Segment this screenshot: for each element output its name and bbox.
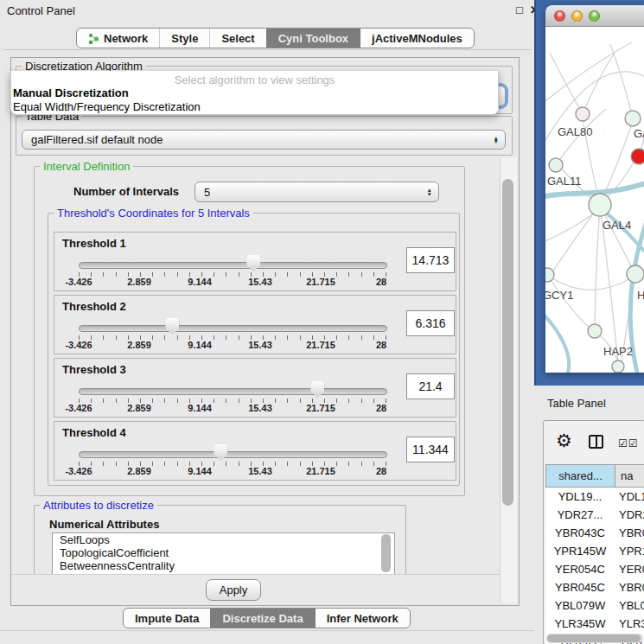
cell-shared-name[interactable]: YDR27... — [545, 506, 615, 524]
cell-shared-name[interactable]: YBR043C — [545, 524, 615, 542]
cell-name[interactable]: YDL1 — [615, 488, 644, 506]
tab-select[interactable]: Select — [209, 29, 265, 48]
table-data-combo[interactable]: galFiltered.sif default node — [22, 130, 506, 150]
cell-name[interactable]: YLR3 — [615, 615, 644, 633]
attribute-list-item[interactable]: BetweennessCentrality — [53, 559, 394, 572]
bottom-rule — [0, 630, 534, 631]
cell-name[interactable]: YPR1 — [615, 542, 644, 560]
cell-shared-name[interactable]: YLR345W — [545, 615, 615, 633]
attribute-list-item[interactable]: SelfLoops — [53, 533, 394, 546]
window-title: Control Panel — [7, 4, 75, 17]
table-row[interactable]: YBR045CYBR0 — [545, 578, 644, 596]
tab-style[interactable]: Style — [159, 29, 209, 48]
tab-discretize-data[interactable]: Discretize Data — [210, 609, 314, 628]
split-columns-icon[interactable] — [589, 435, 603, 449]
network-node[interactable] — [589, 194, 611, 216]
tick-label: 28 — [376, 466, 386, 476]
slider-thumb[interactable] — [214, 444, 227, 461]
number-of-intervals-combo[interactable]: 5 — [194, 182, 439, 202]
tick-label: 9.144 — [188, 340, 212, 350]
network-node[interactable] — [631, 149, 644, 164]
threshold-value-field[interactable]: 11.344 — [406, 437, 455, 462]
tab-infer-network[interactable]: Infer Network — [315, 609, 410, 628]
tick-label: 9.144 — [188, 466, 212, 476]
slider-track[interactable] — [79, 451, 387, 458]
table-hscrollbar-thumb[interactable] — [547, 634, 641, 642]
mac-close-icon[interactable] — [554, 10, 565, 22]
interval-definition-title: Interval Definition — [40, 160, 133, 173]
cell-name[interactable]: YER0 — [615, 560, 644, 578]
combo-arrows-icon — [494, 136, 499, 143]
network-node-label: GCY1 — [545, 289, 573, 302]
tab-network[interactable]: Network — [77, 29, 159, 48]
network-node[interactable] — [576, 107, 590, 121]
dropdown-option[interactable]: Manual Discretization — [11, 86, 498, 100]
network-canvas[interactable]: GAL80GAGAL11GAL4GCY1HHAP2 — [545, 27, 644, 373]
threshold-value-field[interactable]: 14.713 — [406, 247, 455, 273]
network-node-label: GA — [634, 127, 644, 140]
mac-minimize-icon[interactable] — [571, 10, 583, 22]
tab-label: Infer Network — [327, 612, 399, 625]
tick-label: -3.426 — [65, 277, 92, 287]
table-header-row[interactable]: shared... na — [545, 464, 644, 488]
threshold-panel: Threshold 3 21.4 -3.4262.8599.14415.4321… — [54, 358, 456, 418]
network-node[interactable] — [625, 111, 641, 126]
table-header-shared-name[interactable]: shared... — [546, 465, 615, 487]
attributes-group-title: Attributes to discretize — [40, 499, 157, 512]
threshold-value-field[interactable]: 21.4 — [406, 373, 455, 399]
checkboxes-icon[interactable]: ☑☑ — [618, 437, 639, 450]
mac-zoom-icon[interactable] — [589, 10, 600, 22]
table-panel-title: Table Panel — [547, 397, 606, 410]
float-window-icon[interactable]: □ — [516, 3, 523, 16]
network-node[interactable] — [549, 158, 563, 172]
cell-name[interactable]: YBR0 — [615, 524, 644, 542]
table-row[interactable]: YDL19...YDL1 — [545, 488, 644, 506]
tick-label: 28 — [376, 277, 386, 287]
table-row[interactable]: YER054CYER0 — [545, 560, 644, 578]
network-node[interactable] — [588, 324, 602, 338]
algorithm-dropdown-popup: Select algorithm to view settings Manual… — [10, 71, 499, 115]
slider-thumb[interactable] — [310, 381, 324, 398]
table-row[interactable]: YBR043CYBR0 — [545, 524, 644, 542]
numerical-attributes-label: Numerical Attributes — [49, 518, 159, 531]
network-window-titlebar[interactable] — [545, 5, 644, 27]
cell-name[interactable]: YBR0 — [615, 578, 644, 596]
slider-track[interactable] — [79, 388, 387, 395]
table-row[interactable]: YBL079WYBL0 — [545, 596, 644, 615]
threshold-value-field[interactable]: 6.316 — [406, 310, 455, 336]
cell-shared-name[interactable]: YER054C — [545, 560, 615, 578]
tick-label: 15.43 — [248, 277, 272, 287]
cell-shared-name[interactable]: YBL079W — [545, 596, 615, 615]
network-window: GAL80GAGAL11GAL4GCY1HHAP2 — [545, 5, 644, 373]
table-row[interactable]: YDR27...YDR2 — [545, 506, 644, 524]
cell-name[interactable]: YDR2 — [615, 506, 644, 524]
network-node[interactable] — [545, 268, 554, 282]
table-header-name[interactable]: na — [615, 465, 644, 487]
tab-cyni-toolbox[interactable]: Cyni Toolbox — [266, 29, 360, 48]
slider-thumb[interactable] — [246, 255, 260, 271]
slider-track[interactable] — [79, 325, 387, 332]
table-row[interactable]: YPR145WYPR1 — [545, 542, 644, 560]
gear-icon[interactable]: ⚙ — [556, 431, 572, 450]
tab-impute-data[interactable]: Impute Data — [124, 609, 210, 628]
slider-thumb[interactable] — [165, 318, 179, 335]
cell-name[interactable]: YBL0 — [615, 596, 644, 615]
tab-jactivemnodules[interactable]: jActiveMNodules — [360, 29, 474, 48]
cell-shared-name[interactable]: YPR145W — [545, 542, 615, 560]
network-node[interactable] — [627, 265, 644, 283]
tab-label: Impute Data — [135, 612, 199, 625]
table-hscrollbar-track[interactable] — [546, 634, 643, 643]
attributes-list-scrollbar[interactable] — [381, 534, 391, 572]
dropdown-option[interactable]: Equal Width/Frequency Discretization — [11, 100, 498, 114]
attribute-list-item[interactable]: TopologicalCoefficient — [53, 546, 394, 559]
tick-label: 28 — [376, 403, 386, 413]
slider-track[interactable] — [79, 262, 387, 269]
network-node[interactable] — [612, 360, 624, 373]
apply-button[interactable]: Apply — [206, 579, 261, 601]
panel-scrollbar-thumb[interactable] — [502, 179, 513, 506]
numerical-attributes-list[interactable]: SelfLoopsTopologicalCoefficientBetweenne… — [52, 532, 395, 575]
table-row[interactable]: YLR345WYLR3 — [545, 615, 644, 633]
cell-shared-name[interactable]: YBR045C — [545, 578, 615, 596]
bottom-tab-bar: Impute DataDiscretize DataInfer Network — [123, 608, 411, 628]
cell-shared-name[interactable]: YDL19... — [545, 488, 615, 506]
